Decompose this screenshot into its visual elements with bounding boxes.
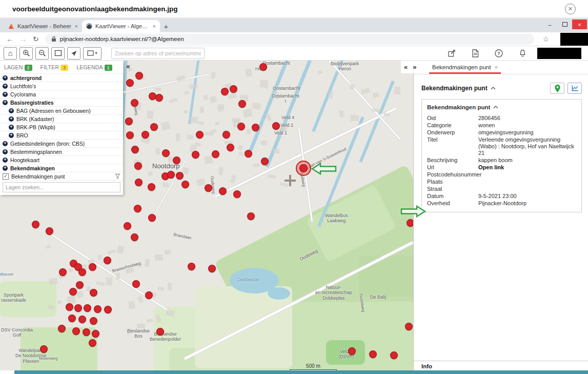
layer-search-input[interactable] [3, 182, 120, 192]
map-marker[interactable] [59, 268, 67, 276]
layer-item[interactable]: +Bestemmingsplannen [0, 147, 123, 155]
panel-title[interactable]: Bekendmakingen punt [421, 85, 496, 92]
map-marker[interactable] [124, 222, 131, 230]
pdf-export-icon[interactable] [472, 49, 479, 57]
detail-value[interactable]: Open link [478, 164, 576, 171]
map-marker[interactable] [76, 281, 84, 289]
map-marker[interactable] [230, 85, 237, 93]
layer-item[interactable]: +Gebiedsindelingen (bron: CBS) [0, 139, 123, 147]
map-marker[interactable] [162, 149, 170, 157]
map-marker[interactable] [89, 263, 96, 271]
layer-item[interactable]: +BRO [0, 131, 123, 139]
extent-select-button[interactable]: ▾ [83, 47, 102, 60]
expand-plus-icon[interactable]: + [3, 100, 8, 105]
panel-tab-bekendmakingen-punt[interactable]: Bekendmakingen punt × [429, 62, 501, 74]
tab-close-icon[interactable]: × [75, 23, 78, 29]
zoom-in-button[interactable] [19, 47, 33, 60]
expand-plus-icon[interactable]: + [3, 158, 8, 163]
map-marker[interactable] [237, 123, 245, 130]
panel-expand-icon[interactable]: » [413, 63, 416, 71]
layer-item[interactable]: ✓Bekendmakingen punt [0, 172, 123, 180]
map-marker[interactable] [131, 233, 138, 241]
forward-icon[interactable]: → [19, 35, 27, 43]
bell-icon[interactable] [519, 49, 526, 57]
map-marker[interactable] [348, 347, 356, 355]
map-marker[interactable] [222, 131, 230, 139]
zoom-out-button[interactable] [35, 47, 49, 60]
map-marker[interactable] [173, 156, 180, 164]
selected-marker[interactable] [296, 161, 311, 176]
window-close-button[interactable]: × [572, 19, 587, 29]
map-marker[interactable] [132, 280, 140, 288]
map-marker[interactable] [92, 330, 99, 338]
map-marker[interactable] [156, 328, 164, 336]
map-marker[interactable] [208, 265, 216, 272]
map-marker[interactable] [245, 150, 252, 158]
layer-item[interactable]: +Hoogtekaart [0, 155, 123, 164]
home-button[interactable]: ⌂ [4, 47, 17, 60]
layer-item[interactable]: +Cyclorama [0, 90, 123, 98]
map-marker[interactable] [46, 227, 53, 235]
expand-plus-icon[interactable]: + [3, 84, 8, 89]
tab-legenda[interactable]: LEGENDA1 [76, 64, 112, 71]
map-marker[interactable] [40, 345, 48, 353]
layer-item[interactable]: +Basisregistraties [0, 98, 123, 106]
panel-tab-close-icon[interactable]: × [494, 64, 498, 70]
map-marker[interactable] [221, 88, 229, 95]
map-marker[interactable] [181, 181, 189, 188]
chart-profile-button[interactable] [567, 83, 582, 94]
expand-plus-icon[interactable]: + [3, 75, 8, 81]
map-marker[interactable] [94, 305, 102, 313]
map-marker[interactable] [32, 221, 39, 228]
layer-checkbox[interactable]: ✓ [3, 173, 9, 180]
map-marker[interactable] [196, 131, 204, 139]
map-marker[interactable] [405, 323, 413, 330]
map-marker[interactable] [78, 316, 86, 323]
map-marker[interactable] [212, 150, 219, 158]
close-icon[interactable]: ✕ [565, 4, 576, 14]
expand-plus-icon[interactable]: + [9, 133, 14, 138]
map-marker[interactable] [192, 151, 199, 159]
map-marker[interactable] [155, 94, 163, 102]
layer-item[interactable]: +achtergrond [0, 73, 123, 82]
map-marker[interactable] [90, 317, 97, 325]
map-marker[interactable] [233, 190, 241, 198]
map-marker[interactable] [74, 304, 82, 312]
map-marker[interactable] [135, 179, 143, 186]
layer-item[interactable]: +Bekendmakingen [0, 164, 123, 172]
map-marker[interactable] [83, 328, 90, 336]
map-marker[interactable] [238, 100, 246, 108]
expand-plus-icon[interactable]: + [3, 149, 8, 154]
map-marker[interactable] [134, 205, 141, 212]
expand-plus-icon[interactable]: + [3, 141, 8, 146]
expand-plus-icon[interactable]: + [3, 92, 8, 97]
map-marker[interactable] [135, 72, 143, 80]
expand-plus-icon[interactable]: + [3, 166, 8, 171]
map-marker[interactable] [369, 350, 377, 358]
map-marker[interactable] [89, 339, 96, 347]
layer-item[interactable]: +BAG (Adressen en Gebouwen) [0, 106, 123, 114]
layer-item[interactable]: +Luchtfoto's [0, 82, 123, 90]
sidebar-collapse-icon[interactable]: « [126, 62, 130, 70]
pan-navigate-button[interactable] [67, 47, 80, 60]
map-marker[interactable] [126, 79, 134, 87]
map-marker[interactable] [272, 122, 280, 130]
help-icon[interactable]: ? [495, 49, 503, 57]
edit-share-icon[interactable] [448, 49, 456, 57]
map-marker[interactable] [247, 212, 255, 220]
map-marker[interactable] [227, 144, 234, 151]
rect-select-button[interactable] [51, 47, 65, 60]
map-search-input[interactable] [111, 48, 205, 59]
back-icon[interactable]: ← [6, 35, 13, 43]
card-title[interactable]: Bekendmakingen punt [427, 104, 576, 110]
map-marker[interactable] [148, 214, 156, 222]
layer-item[interactable]: +BRK-PB (Wkpb) [0, 123, 123, 131]
map-marker[interactable] [145, 291, 153, 299]
map-marker[interactable] [150, 123, 158, 131]
expand-plus-icon[interactable]: + [9, 116, 14, 122]
map-marker[interactable] [259, 63, 267, 71]
map-marker[interactable] [126, 131, 134, 139]
expand-plus-icon[interactable]: + [9, 108, 14, 113]
maximize-button[interactable] [557, 19, 572, 29]
map-marker[interactable] [167, 171, 175, 179]
